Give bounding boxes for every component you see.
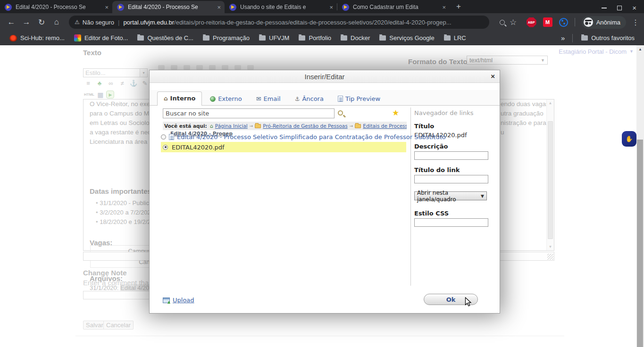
other-bookmarks[interactable]: Outros favoritos xyxy=(577,33,638,43)
bookmark-folder-lrc[interactable]: LRC xyxy=(440,33,470,43)
upload-label: Upload xyxy=(173,297,194,304)
bookmark-folder-portfolio[interactable]: Portfolio xyxy=(295,33,335,43)
bookmark-folder-ufvjm[interactable]: UFVJM xyxy=(255,33,293,43)
radio-unselected[interactable] xyxy=(161,134,166,140)
tab-title: Como Cadastrar um Edita xyxy=(353,4,438,10)
folder-icon xyxy=(299,35,305,41)
bookmark-star-icon[interactable]: ☆ xyxy=(507,16,520,29)
target-select-value: Abrir nesta janela/quadro xyxy=(417,190,481,203)
not-secure-icon: ⚠ xyxy=(75,19,80,25)
tab-close-icon[interactable]: × xyxy=(329,4,333,11)
browser-window: Edital 4/2020 - Processo Se × Edital 4/2… xyxy=(0,0,644,347)
titulo-do-link-label: Título do link xyxy=(414,166,460,174)
radio-selected[interactable] xyxy=(163,145,168,150)
minimize-button[interactable] xyxy=(602,8,607,8)
photo-editor-favicon xyxy=(74,34,81,41)
list-item-label[interactable]: Edital 4/2020 - Processo Seletivo Simpli… xyxy=(177,133,446,140)
reload-icon[interactable]: ↻ xyxy=(35,16,48,29)
envelope-icon: ✉ xyxy=(256,95,261,102)
dialog-close-icon[interactable]: × xyxy=(491,72,495,80)
address-bar[interactable]: ⚠ Não seguro | portal.ufvjm.edu.br /edit… xyxy=(69,16,489,29)
tab-email[interactable]: ✉ Email xyxy=(250,92,287,105)
bookmarks-overflow-icon[interactable]: » xyxy=(558,34,568,42)
govbr-favicon xyxy=(117,4,124,11)
tab-usando-site[interactable]: Usando o site de Editais e × xyxy=(225,1,337,13)
dialog-titlebar[interactable]: Inserir/Editar × xyxy=(150,70,500,83)
folder-icon xyxy=(379,35,386,41)
home-icon: ⌂ xyxy=(210,123,213,129)
site-search-input[interactable] xyxy=(163,108,335,118)
tab-tip-preview[interactable]: Tip Preview xyxy=(332,92,386,105)
govbr-favicon xyxy=(229,4,236,11)
target-select[interactable]: Abrir nesta janela/quadro ▼ xyxy=(414,191,487,200)
back-icon[interactable]: ← xyxy=(5,16,18,29)
document-icon xyxy=(338,96,343,102)
bookmark-folder-docker[interactable]: Docker xyxy=(337,33,374,43)
tab-externo[interactable]: Externo xyxy=(204,92,248,105)
list-item-pdf-selected[interactable]: EDITAL42020.pdf xyxy=(161,142,406,152)
tab-close-icon[interactable]: × xyxy=(105,4,109,11)
titulo-do-link-input[interactable] xyxy=(414,175,488,183)
descricao-input[interactable] xyxy=(414,151,488,160)
upload-link[interactable]: Upload xyxy=(163,297,194,304)
bookmark-label: LRC xyxy=(454,34,466,41)
anchor-icon: ⚓ xyxy=(295,96,300,102)
globe-icon xyxy=(210,96,216,102)
adblock-extension-icon[interactable]: ABP xyxy=(527,17,536,27)
estilo-css-label: Estilo CSS xyxy=(414,210,449,217)
restore-button[interactable] xyxy=(617,6,622,10)
bookmark-folder-servicos-google[interactable]: Serviços Google xyxy=(376,33,438,43)
tab-como-cadastrar[interactable]: Como Cadastrar um Edita × xyxy=(337,1,450,13)
incognito-icon xyxy=(584,17,593,27)
tab-ancora[interactable]: ⚓ Âncora xyxy=(289,92,330,105)
page-scrollbar[interactable]: ▲ xyxy=(636,45,644,347)
search-icon[interactable] xyxy=(500,20,505,25)
new-tab-button[interactable]: + xyxy=(450,2,468,13)
govbr-favicon xyxy=(342,4,349,11)
blue-circle-extension-icon[interactable] xyxy=(559,18,568,27)
bookmark-label: UFVJM xyxy=(269,34,289,41)
bookmark-scihub[interactable]: Sci-Hub: remo... xyxy=(6,33,68,43)
hands-glyph: ✋ xyxy=(625,135,633,142)
breadcrumb-link[interactable]: Pró-Reitoria de Gestão de Pessoas xyxy=(263,123,347,129)
red-m-extension-icon[interactable]: M xyxy=(543,17,552,27)
home-icon[interactable]: ⌂ xyxy=(50,16,63,29)
upload-icon xyxy=(163,297,170,303)
close-window-button[interactable]: × xyxy=(632,6,636,10)
forward-icon[interactable]: → xyxy=(20,16,33,29)
other-bookmarks-label: Outros favoritos xyxy=(591,34,635,41)
tab-bar: Edital 4/2020 - Processo Se × Edital 4/2… xyxy=(0,0,644,13)
browser-toolbar: ← → ↻ ⌂ ⚠ Não seguro | portal.ufvjm.edu.… xyxy=(0,13,644,31)
bookmarks-separator xyxy=(572,34,573,42)
folder-icon xyxy=(255,124,261,128)
folder-icon xyxy=(581,35,588,41)
breadcrumb-link[interactable]: Página Inicial xyxy=(215,123,248,129)
incognito-profile-chip[interactable]: Anônima xyxy=(582,16,626,29)
bookmark-label: Editor de Foto... xyxy=(84,34,128,41)
scroll-up-icon[interactable]: ▲ xyxy=(636,47,644,51)
mouse-cursor xyxy=(464,297,472,307)
list-item-edital[interactable]: Edital 4/2020 - Processo Seletivo Simpli… xyxy=(161,132,446,142)
favorites-star-icon[interactable]: ★ xyxy=(392,108,399,117)
link-browser-heading: Navegador de links xyxy=(414,109,473,116)
tab-edital-1[interactable]: Edital 4/2020 - Processo Se × xyxy=(0,1,112,13)
bookmark-folder-programacao[interactable]: Programação xyxy=(199,33,253,43)
estilo-css-input[interactable] xyxy=(414,218,488,227)
tab-edital-2-active[interactable]: Edital 4/2020 - Processo Se × xyxy=(112,1,225,13)
tab-close-icon[interactable]: × xyxy=(217,4,221,11)
tab-label: Tip Preview xyxy=(345,95,380,102)
breadcrumb-link[interactable]: Editais de Processos Seletivos xyxy=(363,123,407,129)
vlibras-accessibility-icon[interactable]: ✋ xyxy=(622,131,636,147)
search-icon[interactable] xyxy=(338,110,343,116)
page-scrollbar-thumb[interactable] xyxy=(637,140,643,347)
tab-close-icon[interactable]: × xyxy=(442,4,446,11)
tab-interno[interactable]: ⌂ Interno xyxy=(157,91,202,106)
bookmark-label: Docker xyxy=(351,34,370,41)
insert-edit-link-dialog: Inserir/Editar × ⌂ Interno Externo ✉ Ema… xyxy=(149,70,500,314)
bookmark-photo-editor[interactable]: Editor de Foto... xyxy=(70,33,132,43)
house-icon: ⌂ xyxy=(164,95,168,102)
bookmark-folder-questoes[interactable]: Questões de C... xyxy=(134,33,197,43)
bookmark-label: Questões de C... xyxy=(147,34,193,41)
page-viewport: Texto Estagiário Portal - Dicom ▼ Format… xyxy=(0,45,644,347)
browser-menu-icon[interactable]: ⋮ xyxy=(632,18,639,27)
